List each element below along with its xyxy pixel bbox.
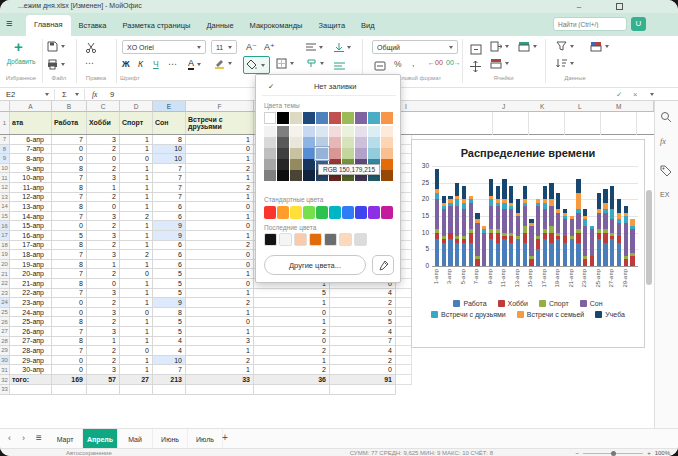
bar-29-апр[interactable] xyxy=(624,206,628,266)
bar-28-апр[interactable] xyxy=(617,199,621,266)
fx-icon[interactable]: fx xyxy=(92,90,97,99)
theme-tint-swatch[interactable] xyxy=(303,170,315,181)
empty-cell[interactable] xyxy=(153,385,186,395)
value-cell[interactable]: 9 xyxy=(153,231,186,241)
theme-tint-swatch[interactable] xyxy=(303,148,315,159)
format-as-table-button[interactable] xyxy=(518,41,537,52)
value-cell[interactable]: 8 xyxy=(52,164,87,174)
percent-format-button[interactable]: % xyxy=(394,59,402,69)
bar-3-апр[interactable] xyxy=(448,196,452,266)
theme-color-swatch[interactable] xyxy=(368,112,380,124)
row-gutter-29[interactable]: 29 xyxy=(0,346,10,356)
empty-cell[interactable] xyxy=(52,385,87,395)
value-cell[interactable]: 7 xyxy=(153,164,186,174)
row-gutter-8[interactable]: 8 xyxy=(0,145,10,155)
standard-color-swatch[interactable] xyxy=(316,206,328,219)
bold-button[interactable]: Ж xyxy=(122,59,130,69)
select-all-corner[interactable] xyxy=(0,101,10,112)
menu-tab-Разметка страницы[interactable]: Разметка страницы xyxy=(114,16,198,36)
value-cell[interactable]: 1 xyxy=(87,337,120,347)
value-cell[interactable]: 7 xyxy=(52,135,87,145)
sheet-list-icon[interactable]: ≡ xyxy=(36,432,42,443)
date-cell[interactable]: 24-апр xyxy=(10,308,52,318)
bar-11-апр[interactable] xyxy=(502,179,506,266)
value-cell[interactable]: 0 xyxy=(52,308,87,318)
date-cell[interactable]: 14-апр xyxy=(10,212,52,222)
value-cell[interactable]: 5 xyxy=(153,317,186,327)
value-cell[interactable]: 3 xyxy=(186,337,254,347)
value-cell[interactable]: 5 xyxy=(153,327,186,337)
date-cell[interactable]: 30-апр xyxy=(10,365,52,375)
value-cell[interactable]: 8 xyxy=(52,279,87,289)
date-cell[interactable]: 19-апр xyxy=(10,260,52,270)
menu-tab-Данные[interactable]: Данные xyxy=(198,16,241,36)
bar-9-апр[interactable] xyxy=(489,179,493,266)
search-tool-icon[interactable] xyxy=(660,109,672,127)
theme-tint-swatch[interactable] xyxy=(368,137,380,148)
value-cell[interactable]: 7 xyxy=(153,365,186,375)
value-cell[interactable]: 2 xyxy=(330,298,396,308)
bar-13-апр[interactable] xyxy=(516,199,520,266)
empty-cell[interactable] xyxy=(330,385,396,395)
value-cell[interactable]: 1 xyxy=(186,308,254,318)
menu-tab-Вид[interactable]: Вид xyxy=(353,16,383,36)
value-cell[interactable]: 0 xyxy=(186,250,254,260)
theme-tint-swatch[interactable] xyxy=(368,126,380,137)
tag-tool-icon[interactable] xyxy=(660,163,672,181)
increase-font-button[interactable]: А⁺ xyxy=(264,42,275,52)
theme-color-swatch[interactable] xyxy=(381,112,393,124)
column-header-F[interactable]: F xyxy=(186,101,254,112)
bar-26-апр[interactable] xyxy=(603,189,607,266)
account-button[interactable]: U xyxy=(631,17,646,31)
name-box[interactable]: E2 xyxy=(6,90,15,99)
theme-tint-swatch[interactable] xyxy=(264,170,276,181)
totals-value-cell[interactable]: 57 xyxy=(87,375,120,385)
row-gutter-10[interactable]: 10 xyxy=(0,164,10,174)
date-cell[interactable]: 9-апр xyxy=(10,164,52,174)
value-cell[interactable]: 6 xyxy=(153,212,186,222)
date-cell[interactable]: 27-апр xyxy=(10,337,52,347)
value-cell[interactable]: 1 xyxy=(186,212,254,222)
standard-color-swatch[interactable] xyxy=(290,206,302,219)
value-cell[interactable]: 7 xyxy=(52,327,87,337)
date-cell[interactable]: 17-апр xyxy=(10,241,52,251)
row-gutter-28[interactable]: 28 xyxy=(0,337,10,347)
comma-format-button[interactable]: , xyxy=(412,58,415,68)
bar-15-апр[interactable] xyxy=(529,219,533,266)
menu-tab-Вставка[interactable]: Вставка xyxy=(71,16,115,36)
value-cell[interactable]: 5 xyxy=(153,269,186,279)
value-cell[interactable]: 2 xyxy=(87,356,120,366)
date-cell[interactable]: 15-апр xyxy=(10,221,52,231)
value-cell[interactable]: 6 xyxy=(153,250,186,260)
value-cell[interactable]: 0 xyxy=(52,298,87,308)
theme-tint-swatch[interactable] xyxy=(264,159,276,170)
date-cell[interactable]: 11-апр xyxy=(10,183,52,193)
confirm-icon[interactable]: ✓ xyxy=(616,90,622,99)
value-cell[interactable]: 0 xyxy=(52,365,87,375)
value-cell[interactable]: 1 xyxy=(186,269,254,279)
bar-19-апр[interactable] xyxy=(556,193,560,266)
empty-cell[interactable] xyxy=(10,385,52,395)
bar-27-апр[interactable] xyxy=(610,186,614,266)
standard-color-swatch[interactable] xyxy=(368,206,380,219)
value-cell[interactable]: 7 xyxy=(52,346,87,356)
value-cell[interactable]: 5 xyxy=(254,289,330,299)
value-cell[interactable]: 7 xyxy=(52,250,87,260)
theme-tint-swatch[interactable] xyxy=(303,137,315,148)
value-cell[interactable]: 2 xyxy=(87,317,120,327)
row-gutter-17[interactable]: 17 xyxy=(0,231,10,241)
value-cell[interactable]: 1 xyxy=(120,241,153,251)
date-cell[interactable]: 21-апр xyxy=(10,279,52,289)
theme-tint-swatch[interactable] xyxy=(264,126,276,137)
value-cell[interactable]: 0 xyxy=(52,221,87,231)
value-cell[interactable]: 8 xyxy=(52,317,87,327)
cancel-icon[interactable]: × xyxy=(633,90,637,99)
value-cell[interactable]: 1 xyxy=(120,365,153,375)
bar-16-апр[interactable] xyxy=(536,199,540,266)
value-cell[interactable]: 8 xyxy=(52,202,87,212)
date-cell[interactable]: 22-апр xyxy=(10,289,52,299)
value-cell[interactable]: 1 xyxy=(87,183,120,193)
more-colors-button[interactable]: Другие цвета... xyxy=(264,255,366,275)
row-gutter-30[interactable]: 30 xyxy=(0,356,10,366)
date-cell[interactable]: 10-апр xyxy=(10,173,52,183)
